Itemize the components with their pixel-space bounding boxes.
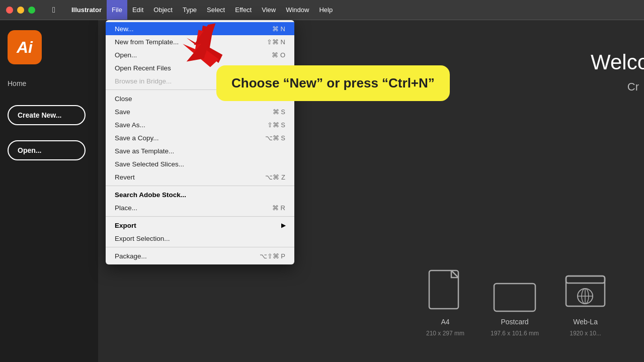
menu-export-label: Export	[115, 222, 136, 229]
sidebar: Ai Home Create New... Open...	[0, 20, 98, 362]
menu-save-as[interactable]: Save As... ⇧⌘ S	[106, 118, 294, 131]
menu-open-label: Open...	[115, 51, 137, 59]
menu-bridge-label: Browse in Bridge...	[115, 77, 172, 85]
menu-place[interactable]: Place... ⌘ R	[106, 201, 294, 214]
menu-save-copy-label: Save a Copy...	[115, 134, 159, 142]
menu-save-as-shortcut: ⇧⌘ S	[267, 121, 285, 129]
a4-label: A4	[441, 318, 449, 326]
svg-rect-1	[494, 284, 535, 311]
menu-new-shortcut: ⌘ N	[272, 25, 285, 33]
a4-size: 210 x 297 mm	[426, 330, 464, 337]
menu-stock[interactable]: Search Adobe Stock...	[106, 188, 294, 201]
menu-revert-label: Revert	[115, 173, 135, 181]
menu-place-label: Place...	[115, 204, 137, 212]
template-postcard[interactable]: Postcard 197.6 x 101.6 mm	[491, 279, 539, 337]
menu-window[interactable]: Window	[281, 0, 314, 20]
web-label: Web-La	[573, 318, 598, 326]
template-web[interactable]: Web-La 1920 x 10...	[564, 271, 607, 337]
separator-4	[106, 247, 294, 247]
menu-open[interactable]: Open... ⌘ O	[106, 48, 294, 61]
menu-new-template-label: New from Template...	[115, 38, 179, 46]
menu-save-slices[interactable]: Save Selected Slices...	[106, 157, 294, 170]
menu-export-selection[interactable]: Export Selection...	[106, 232, 294, 245]
menu-package-label: Package...	[115, 252, 147, 260]
callout-tooltip: Choose “New” or press “Ctrl+N”	[216, 65, 450, 101]
traffic-lights	[0, 7, 41, 14]
menu-save-template[interactable]: Save as Template...	[106, 144, 294, 157]
file-dropdown-menu: New... ⌘ N New from Template... ⇧⌘ N Ope…	[106, 20, 294, 264]
menu-package-shortcut: ⌥⇧⌘ P	[260, 252, 285, 260]
menu-save-template-label: Save as Template...	[115, 147, 174, 155]
create-subtitle: Cr	[627, 80, 639, 94]
postcard-label: Postcard	[501, 318, 528, 326]
menu-save-copy-shortcut: ⌥⌘ S	[265, 134, 285, 142]
menu-save-as-label: Save As...	[115, 121, 145, 129]
menu-export[interactable]: Export ▶	[106, 219, 294, 232]
menu-help[interactable]: Help	[314, 0, 338, 20]
menu-edit[interactable]: Edit	[127, 0, 148, 20]
welcome-title: Welco	[591, 50, 644, 74]
menu-save-slices-label: Save Selected Slices...	[115, 160, 184, 168]
template-a4[interactable]: A4 210 x 297 mm	[425, 268, 465, 337]
separator-3	[106, 216, 294, 217]
menu-open-shortcut: ⌘ O	[272, 51, 285, 59]
menu-save-shortcut: ⌘ S	[273, 108, 285, 116]
menu-place-shortcut: ⌘ R	[272, 204, 285, 212]
create-new-button[interactable]: Create New...	[8, 105, 86, 125]
menubar:  Illustrator File Edit Object Type Sele…	[0, 0, 644, 20]
postcard-size: 197.6 x 101.6 mm	[491, 330, 539, 337]
close-button[interactable]	[6, 7, 13, 14]
menu-package[interactable]: Package... ⌥⇧⌘ P	[106, 249, 294, 262]
menu-revert-shortcut: ⌥⌘ Z	[265, 173, 285, 181]
menu-select[interactable]: Select	[202, 0, 230, 20]
postcard-icon	[492, 279, 537, 314]
menu-revert[interactable]: Revert ⌥⌘ Z	[106, 170, 294, 184]
menu-new-template-shortcut: ⇧⌘ N	[267, 38, 285, 46]
menu-new-label: New...	[115, 25, 134, 33]
menu-close-label: Close	[115, 95, 132, 103]
menu-save-label: Save	[115, 108, 130, 116]
menu-open-recent-label: Open Recent Files	[115, 64, 171, 72]
menu-object[interactable]: Object	[148, 0, 178, 20]
menu-file[interactable]: File	[107, 0, 127, 20]
menu-save-copy[interactable]: Save a Copy... ⌥⌘ S	[106, 131, 294, 144]
separator-2	[106, 186, 294, 186]
web-icon	[564, 271, 607, 314]
web-size: 1920 x 10...	[570, 330, 601, 337]
maximize-button[interactable]	[28, 7, 35, 14]
minimize-button[interactable]	[17, 7, 24, 14]
menu-effect[interactable]: Effect	[230, 0, 257, 20]
home-label: Home	[8, 79, 26, 87]
apple-menu-icon[interactable]: 	[41, 6, 66, 15]
menu-view[interactable]: View	[257, 0, 281, 20]
menu-save[interactable]: Save ⌘ S	[106, 105, 294, 118]
menu-export-selection-label: Export Selection...	[115, 235, 170, 242]
menu-new[interactable]: New... ⌘ N	[106, 22, 294, 35]
open-button[interactable]: Open...	[8, 140, 86, 160]
svg-rect-3	[566, 276, 605, 283]
svg-rect-0	[429, 270, 458, 309]
menu-new-from-template[interactable]: New from Template... ⇧⌘ N	[106, 35, 294, 48]
a4-icon	[425, 268, 465, 314]
export-arrow-icon: ▶	[281, 222, 285, 229]
app-logo: Ai	[8, 30, 42, 64]
menu-stock-label: Search Adobe Stock...	[115, 191, 186, 199]
menu-type[interactable]: Type	[178, 0, 202, 20]
callout-text: Choose “New” or press “Ctrl+N”	[231, 75, 435, 90]
app-name: Illustrator	[66, 6, 107, 14]
